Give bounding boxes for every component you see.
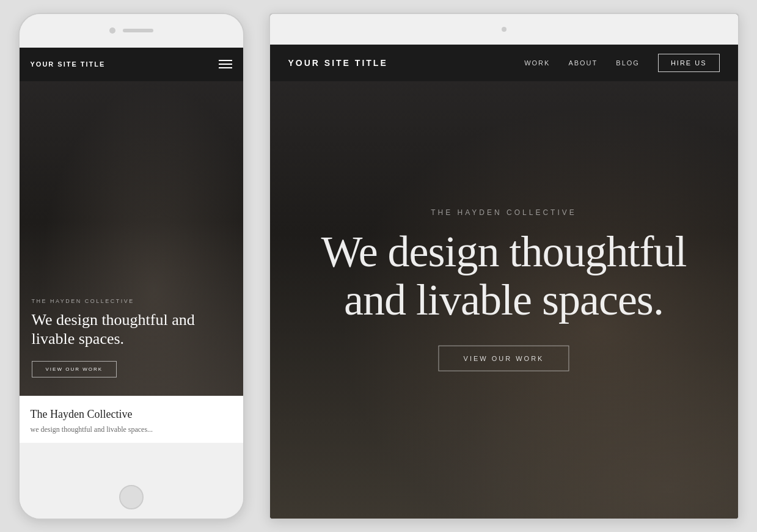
desktop-headline-line2: and livable spaces. (344, 275, 664, 324)
mobile-top-bar (20, 14, 243, 48)
hamburger-menu-button[interactable] (219, 60, 232, 68)
scene: YOUR SITE TITLE THE HAYDEN COLLECTIVE We… (0, 0, 757, 532)
mobile-below-title: The Hayden Collective (31, 408, 232, 421)
hamburger-line-3 (219, 67, 232, 68)
desktop-hire-us-button[interactable]: HIRE US (658, 54, 720, 72)
desktop-top-bar (270, 14, 738, 45)
mobile-hero-subtitle: THE HAYDEN COLLECTIVE (32, 298, 231, 304)
mobile-cta-button[interactable]: VIEW OUR WORK (32, 361, 117, 377)
desktop-cta-button[interactable]: VIEW OUR WORK (439, 346, 569, 371)
desktop-headline-line1: We design thoughtful (321, 227, 686, 275)
nav-link-about[interactable]: ABOUT (568, 59, 598, 67)
mobile-screen: YOUR SITE TITLE THE HAYDEN COLLECTIVE We… (20, 48, 243, 476)
mobile-camera-icon (109, 27, 115, 34)
desktop-device: YOUR SITE TITLE WORK ABOUT BLOG HIRE US … (269, 13, 739, 520)
desktop-hero-subtitle: THE HAYDEN COLLECTIVE (305, 208, 703, 216)
mobile-hero-headline: We design thoughtful and livable spaces. (32, 310, 231, 348)
nav-link-blog[interactable]: BLOG (616, 59, 640, 67)
mobile-below-fold: The Hayden Collective we design thoughtf… (20, 396, 243, 443)
mobile-below-text: we design thoughtful and livable spaces.… (31, 425, 232, 435)
mobile-hero-section: YOUR SITE TITLE THE HAYDEN COLLECTIVE We… (20, 48, 243, 396)
hamburger-line-2 (219, 64, 232, 65)
mobile-device: YOUR SITE TITLE THE HAYDEN COLLECTIVE We… (18, 13, 244, 520)
desktop-screen: YOUR SITE TITLE WORK ABOUT BLOG HIRE US … (270, 45, 738, 519)
mobile-navigation: YOUR SITE TITLE (20, 48, 243, 81)
desktop-site-title: YOUR SITE TITLE (288, 58, 388, 68)
desktop-camera-icon (502, 27, 506, 32)
mobile-home-button[interactable] (119, 485, 144, 509)
desktop-hero-content: THE HAYDEN COLLECTIVE We design thoughtf… (305, 208, 703, 371)
desktop-hero-headline: We design thoughtful and livable spaces. (305, 227, 703, 324)
desktop-navigation: YOUR SITE TITLE WORK ABOUT BLOG HIRE US (270, 45, 738, 81)
mobile-site-title: YOUR SITE TITLE (31, 60, 106, 68)
desktop-nav-links: WORK ABOUT BLOG HIRE US (524, 54, 719, 72)
mobile-bottom-bar (20, 476, 243, 519)
mobile-speaker (123, 29, 153, 32)
hamburger-line-1 (219, 60, 232, 61)
mobile-hero-content: THE HAYDEN COLLECTIVE We design thoughtf… (20, 298, 243, 377)
nav-link-work[interactable]: WORK (524, 59, 550, 67)
